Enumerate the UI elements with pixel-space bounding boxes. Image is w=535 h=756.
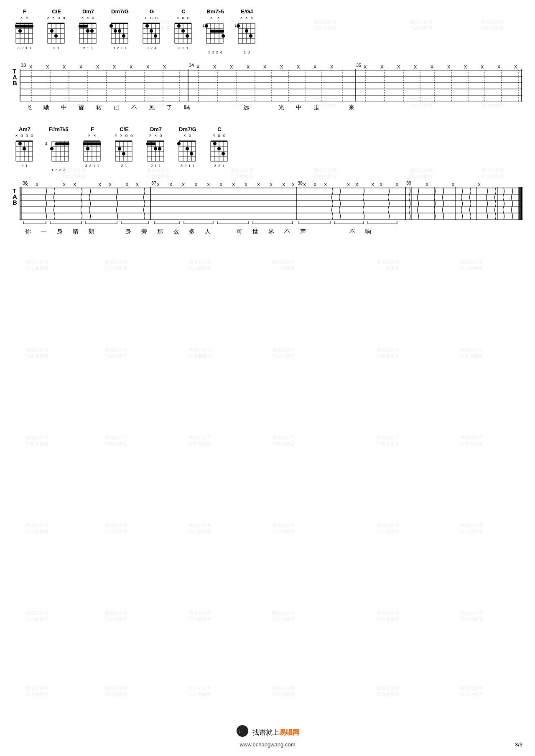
watermark-item: 微信公众号71吉他教室 [104,685,128,698]
chord-block-C2: C × o o 3 2 1 [207,126,232,168]
svg-point-262 [213,142,217,145]
svg-point-36 [90,29,94,33]
chord-markers-Dm7G2: × o [183,133,192,138]
tab-svg-1: T A B 33 34 35 X X X X [13,58,522,101]
svg-text:33: 33 [21,63,26,68]
watermark-item: 微信公众号71吉他教室 [376,259,400,272]
watermark-item: 微信公众号71吉他教室 [188,347,211,360]
lyric2-18: 响 [360,228,376,236]
watermark-item: 微信公众号71吉他教室 [188,522,211,535]
svg-point-102 [237,24,240,28]
svg-text:X: X [63,182,66,187]
chord-block-F: F × × [13,8,37,50]
watermark-item: 微信公众号71吉他教室 [460,434,483,447]
svg-text:X: X [130,64,133,69]
svg-text:X: X [364,64,367,69]
tab-section-1: T A B 33 34 35 X X X X [13,58,522,112]
chord-diagram-Bm7b5: 4 [203,21,227,49]
svg-point-104 [249,34,252,38]
chord-fingers-F: 3 2 1 1 [18,46,32,50]
chord-fingers-Am7: 2 1 [21,164,28,168]
svg-text:X: X [355,182,359,187]
lyric-13: 光 [273,104,290,112]
watermark-item: 微信公众号71吉他教室 [188,259,211,272]
svg-text:35: 35 [356,63,361,68]
lyric-10: 吗 [178,104,196,112]
lyric2-5: 朗 [84,228,99,236]
main-content: F × × [0,0,535,236]
svg-text:X: X [481,64,484,69]
svg-text:X: X [182,182,185,187]
svg-point-103 [245,29,248,33]
site-url: www.echangwang.com [240,741,296,748]
svg-text:39: 39 [406,180,411,185]
svg-text:X: X [146,64,150,69]
svg-text:X: X [451,182,455,187]
svg-point-61 [145,24,149,28]
svg-text:X: X [29,64,33,69]
svg-point-23 [54,34,58,38]
chord-block-Dm7: Dm7 × × o 2 1 1 [76,8,100,50]
svg-point-88 [205,24,208,28]
watermark-item: 微信公众号71吉他教室 [376,522,400,535]
chord-block-Bm7b5: Bm7♭5 × × 4 [203,8,227,54]
svg-text:X: X [136,182,139,187]
svg-text:X: X [380,64,384,69]
watermark-item: 微信公众号71吉他教室 [25,522,48,535]
svg-text:B: B [13,199,17,206]
lyric-1: 飞 [20,104,38,112]
lyric-16 [325,104,343,112]
lyric2-9: 么 [168,228,184,236]
chord-fingers-Bm7b5: 1 3 2 4 [208,50,223,54]
lyric-9: 了 [160,104,178,112]
chord-fingers-CE: 2 1 [53,46,60,50]
watermark-item: 微信公众号71吉他教室 [460,685,483,698]
svg-text:X: X [232,182,235,187]
chord-name-CE2: C/E [120,126,129,132]
watermark-item: 微信公众号71吉他教室 [188,434,211,447]
chord-name-Dm7G: Dm7/G [111,8,129,15]
svg-text:X: X [46,64,49,69]
chord-markers-CE: × × o o [47,15,66,20]
lyric-8: 见 [143,104,160,112]
svg-point-264 [222,152,225,155]
svg-text:X: X [247,64,250,69]
watermark-item: 微信公众号71吉他教室 [25,259,48,272]
lyric-2: 馳 [38,104,55,112]
chord-name-C2: C [217,126,221,132]
chord-block-F2: F × × 3 2 1 1 [80,126,104,168]
svg-text:34: 34 [189,63,194,68]
watermark-item: 微信公众号71吉他教室 [25,434,48,447]
svg-text:X: X [297,64,300,69]
chord-row-2: Am7 × o o o 2 1 F#m7♭5 [13,126,522,172]
watermark-item: 微信公众号71吉他教室 [25,610,48,623]
lyric-17: 来 [343,104,360,112]
chord-markers-Am7: × o o o [15,133,34,138]
lyric-3: 中 [55,104,73,112]
lyrics-row-2: 你 一 身 晴 朗 身 旁 那 么 多 人 可 世 界 不 声 不 响 [13,228,522,236]
chord-fingers-C2: 3 2 1 [214,164,224,168]
svg-text:B: B [13,79,17,86]
chord-diagram-F2 [80,139,104,163]
watermark-item: 微信公众号71吉他教室 [460,347,483,360]
lyric2-15: 不 [279,228,295,236]
tab-svg-2: T A B 36 37 38 39 [13,175,522,226]
chord-diagram-C [171,21,196,45]
svg-point-74 [177,24,181,28]
lyric2-1: 你 [20,228,36,236]
svg-point-76 [186,34,189,38]
chord-name-F: F [23,8,26,15]
lyric2-17: 不 [344,228,360,236]
lyric-4: 旋 [73,104,90,112]
svg-text:♪: ♪ [239,729,241,733]
watermark-item: 微信公众号71吉他教室 [460,610,483,623]
svg-text:X: X [157,182,160,187]
lyric2-gap3 [311,228,344,236]
chord-block-CE: C/E × × o o 2 1 [44,8,69,50]
svg-text:X: X [270,182,273,187]
chord-name-CE: C/E [52,8,61,15]
svg-point-187 [18,142,22,145]
watermark-item: 微信公众号71吉他教室 [272,610,295,623]
svg-point-11 [18,29,22,33]
chord-markers-F: × × [20,15,29,20]
